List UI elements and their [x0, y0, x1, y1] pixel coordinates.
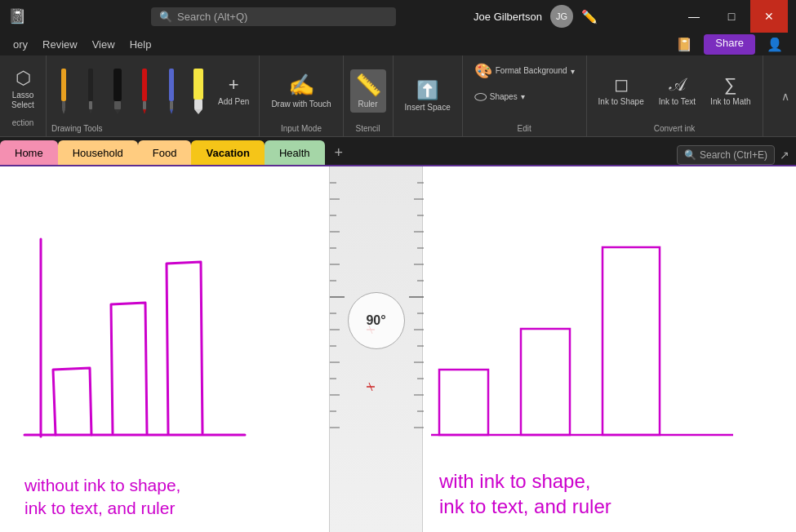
- svg-rect-13: [170, 101, 173, 109]
- tab-health[interactable]: Health: [265, 140, 325, 165]
- search-bar[interactable]: 🔍 Search (Alt+Q): [151, 7, 396, 26]
- svg-rect-10: [143, 101, 146, 109]
- svg-marker-11: [143, 109, 146, 114]
- svg-rect-3: [88, 69, 93, 101]
- format-background-button[interactable]: 🎨 Format Background ▾: [469, 59, 580, 83]
- close-button[interactable]: ✕: [750, 0, 788, 33]
- pen-6-button[interactable]: [186, 66, 211, 115]
- lasso-select-group: ⬡ LassoSelect ection: [0, 55, 47, 136]
- shapes-dropdown-icon: ▾: [521, 92, 525, 101]
- ruler-button[interactable]: 📏 Ruler: [350, 69, 386, 113]
- pen-icon[interactable]: ✏️: [581, 9, 598, 24]
- drawing-tools-label: Drawing Tools: [51, 124, 103, 133]
- insert-space-group: ⬆️ Insert Space: [394, 55, 463, 136]
- add-tab-button[interactable]: +: [325, 140, 354, 165]
- notebook-icon[interactable]: 📔: [669, 34, 699, 55]
- ink-to-shape-button[interactable]: ◻ Ink to Shape: [594, 71, 649, 110]
- left-drawing-area: without ink to shape, ink to text, and r…: [0, 166, 329, 532]
- insert-space-button[interactable]: ⬆️ Insert Space: [400, 77, 456, 116]
- convert-ink-label: Convert ink: [654, 124, 696, 133]
- add-pen-label: Add Pen: [218, 97, 249, 107]
- svg-marker-8: [114, 109, 121, 114]
- svg-rect-15: [193, 69, 203, 100]
- tab-bar: Home Household Food Vacation Health + 🔍 …: [0, 137, 796, 166]
- left-caption: without ink to shape, ink to text, and r…: [24, 474, 180, 519]
- ruler-angle-indicator: 90°: [348, 292, 405, 349]
- svg-marker-17: [194, 109, 202, 114]
- search-icon: 🔍: [159, 11, 172, 23]
- dropdown-icon: ▾: [571, 67, 575, 76]
- title-bar: 📓 🔍 Search (Alt+Q) Joe Gilbertson JG ✏️ …: [0, 0, 796, 33]
- format-bg-label: Format Background: [496, 66, 567, 76]
- minimize-button[interactable]: —: [675, 0, 713, 33]
- svg-rect-12: [169, 69, 174, 101]
- convert-ink-group: ◻ Ink to Shape 𝒜 Ink to Text ∑ Ink to Ma…: [587, 55, 763, 136]
- ink-to-text-button[interactable]: 𝒜 Ink to Text: [654, 71, 700, 110]
- lasso-icon: ⬡: [16, 68, 31, 89]
- search-placeholder-text: Search (Ctrl+E): [700, 149, 767, 161]
- person-icon[interactable]: 👤: [760, 34, 789, 55]
- search-placeholder: Search (Alt+Q): [177, 11, 247, 23]
- pen-tools-group: + Add Pen Drawing Tools: [47, 55, 260, 136]
- tab-search[interactable]: 🔍 Search (Ctrl+E): [677, 145, 775, 165]
- menu-item-view[interactable]: View: [86, 36, 122, 53]
- share-button[interactable]: Share: [704, 34, 755, 55]
- svg-marker-2: [62, 109, 65, 114]
- svg-marker-5: [89, 109, 92, 114]
- svg-rect-55: [521, 329, 570, 435]
- svg-rect-6: [113, 69, 122, 101]
- ruler-overlay[interactable]: /* ticks generated by CSS */: [329, 166, 423, 532]
- pen-3-button[interactable]: [105, 66, 130, 115]
- user-area: Joe Gilbertson JG ✏️: [474, 5, 598, 28]
- ink-to-math-button[interactable]: ∑ Ink to Math: [705, 71, 755, 110]
- angle-value: 90°: [366, 313, 385, 328]
- svg-rect-4: [89, 101, 92, 109]
- avatar[interactable]: JG: [550, 5, 573, 28]
- section-label: ection: [12, 118, 34, 127]
- ink-to-text-label: Ink to Text: [659, 97, 696, 107]
- add-pen-button[interactable]: + Add Pen: [213, 71, 254, 110]
- menu-item-review[interactable]: Review: [36, 36, 84, 53]
- menu-item-ory[interactable]: ory: [7, 36, 34, 53]
- onenote-icon: 📓: [8, 7, 26, 25]
- pen-4-button[interactable]: [132, 66, 157, 115]
- left-caption-line1: without ink to shape,: [24, 474, 180, 496]
- tab-food[interactable]: Food: [138, 140, 192, 165]
- main-canvas: without ink to shape, ink to text, and r…: [0, 166, 796, 532]
- pen-5-button[interactable]: [159, 66, 184, 115]
- ink-to-math-icon: ∑: [724, 74, 737, 95]
- tab-vacation[interactable]: Vacation: [191, 140, 264, 165]
- restore-button[interactable]: □: [713, 0, 750, 33]
- ribbon-collapse-button[interactable]: ∧: [775, 55, 796, 136]
- expand-icon[interactable]: ↗: [780, 149, 789, 162]
- ink-to-text-icon: 𝒜: [669, 74, 685, 95]
- svg-rect-7: [114, 101, 121, 109]
- draw-with-touch-button[interactable]: ✍️ Draw with Touch: [266, 69, 336, 113]
- edit-label: Edit: [518, 124, 531, 133]
- insert-space-label: Insert Space: [405, 103, 451, 113]
- shapes-label: Shapes: [490, 92, 518, 102]
- svg-rect-56: [603, 247, 660, 435]
- input-mode-group: ✍️ Draw with Touch Input Mode: [260, 55, 343, 136]
- menu-item-help[interactable]: Help: [123, 36, 158, 53]
- insert-space-icon: ⬆️: [416, 80, 438, 101]
- stencil-label: Stencil: [356, 124, 380, 133]
- tab-home[interactable]: Home: [0, 140, 58, 165]
- pen-2-button[interactable]: [78, 66, 103, 115]
- draw-touch-label: Draw with Touch: [271, 100, 331, 109]
- left-caption-line2: ink to text, and ruler: [24, 497, 180, 519]
- ink-to-math-label: Ink to Math: [710, 97, 750, 107]
- pen-1-button[interactable]: [51, 66, 76, 115]
- lasso-select-button[interactable]: ⬡ LassoSelect: [7, 64, 39, 113]
- svg-rect-16: [194, 100, 202, 109]
- input-mode-label: Input Mode: [281, 124, 322, 133]
- menubar-right: 📔 Share 👤: [669, 34, 789, 55]
- svg-rect-54: [439, 370, 488, 435]
- shapes-button[interactable]: ⬭ Shapes ▾: [469, 85, 530, 109]
- draw-touch-icon: ✍️: [288, 73, 314, 98]
- tab-household[interactable]: Household: [58, 140, 138, 165]
- menu-bar: ory Review View Help 📔 Share 👤: [0, 33, 796, 55]
- window-controls: — □ ✕: [675, 0, 788, 33]
- chevron-up-icon: ∧: [781, 90, 789, 103]
- svg-rect-0: [61, 69, 66, 101]
